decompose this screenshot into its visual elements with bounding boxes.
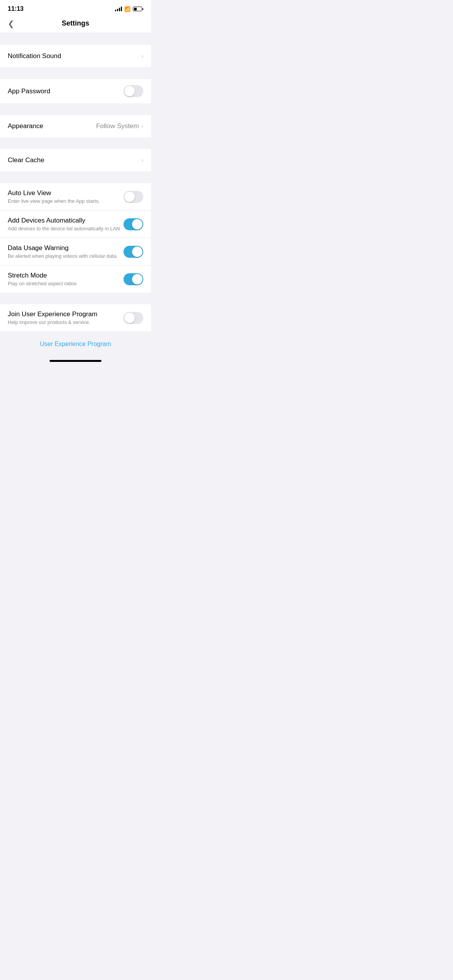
stretch-mode-item: Stretch Mode Play on stretched aspect ra… [0,266,151,293]
appearance-item[interactable]: Appearance Follow System › [0,115,151,137]
clear-cache-label: Clear Cache [8,156,141,164]
status-bar: 11:13 📶 [0,0,151,15]
stretch-mode-sublabel: Play on stretched aspect ratios [8,281,124,286]
user-experience-link[interactable]: User Experience Program [40,341,111,347]
stretch-mode-label: Stretch Mode [8,272,124,279]
add-devices-sublabel: Add devices to the device list automatic… [8,226,124,231]
auto-live-view-item: Auto Live View Enter live view page when… [0,183,151,211]
app-password-toggle[interactable] [124,85,143,97]
section-gap-2 [0,67,151,79]
notification-sound-item[interactable]: Notification Sound › [0,45,151,67]
user-experience-group: Join User Experience Program Help improv… [0,304,151,331]
join-user-experience-item: Join User Experience Program Help improv… [0,304,151,331]
live-devices-group: Auto Live View Enter live view page when… [0,183,151,293]
battery-icon [133,7,143,11]
auto-live-view-label: Auto Live View [8,189,124,197]
chevron-icon: › [141,53,143,60]
stretch-mode-toggle[interactable] [124,273,143,285]
chevron-icon: › [141,123,143,130]
auto-live-view-toggle[interactable] [124,191,143,203]
join-user-experience-toggle[interactable] [124,312,143,324]
back-chevron-icon: ❮ [8,19,14,28]
wifi-icon: 📶 [124,6,130,12]
notification-sound-label: Notification Sound [8,52,141,60]
appearance-value: Follow System [96,122,139,130]
data-usage-label: Data Usage Warning [8,244,124,252]
add-devices-label: Add Devices Automatically [8,217,124,224]
app-password-item: App Password [0,79,151,103]
section-gap-3 [0,103,151,115]
clear-cache-group: Clear Cache › [0,149,151,171]
signal-icon [115,7,122,11]
section-gap-1 [0,33,151,45]
app-password-group: App Password [0,79,151,103]
home-indicator [0,357,151,364]
add-devices-toggle[interactable] [124,218,143,230]
home-bar [50,360,101,362]
app-password-label: App Password [8,87,124,95]
section-gap-4 [0,137,151,149]
join-user-experience-label: Join User Experience Program [8,310,124,318]
navigation-bar: ❮ Settings [0,15,151,33]
add-devices-item: Add Devices Automatically Add devices to… [0,211,151,238]
join-user-experience-sublabel: Help improve our products & service. [8,319,124,325]
data-usage-sublabel: Be alerted when playing videos with cell… [8,253,124,259]
appearance-group: Appearance Follow System › [0,115,151,137]
footer-link-container: User Experience Program [0,331,151,357]
section-gap-5 [0,171,151,183]
data-usage-item: Data Usage Warning Be alerted when playi… [0,238,151,266]
notification-sound-group: Notification Sound › [0,45,151,67]
clear-cache-item[interactable]: Clear Cache › [0,149,151,171]
status-time: 11:13 [8,5,24,12]
chevron-icon: › [141,157,143,164]
appearance-label: Appearance [8,122,96,130]
section-gap-6 [0,293,151,304]
status-icons: 📶 [115,6,143,12]
data-usage-toggle[interactable] [124,246,143,258]
back-button[interactable]: ❮ [6,17,16,30]
page-title: Settings [62,19,89,27]
auto-live-view-sublabel: Enter live view page when the App starts… [8,198,124,204]
